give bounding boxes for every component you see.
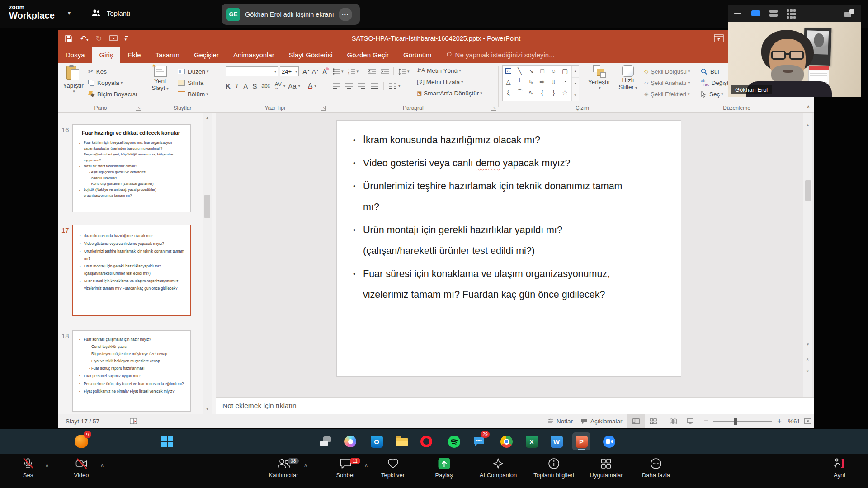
powerpoint-app-active[interactable]: P xyxy=(572,432,590,450)
outlook-app[interactable]: O xyxy=(368,432,386,450)
speaker-view-icon[interactable] xyxy=(751,10,760,16)
zoom-out-button[interactable]: − xyxy=(704,414,708,428)
ai-companion-button[interactable]: AI Companion xyxy=(480,458,517,479)
audio-button[interactable]: Ses xyxy=(22,458,34,479)
file-explorer-app[interactable] xyxy=(392,432,410,450)
line-spacing-icon[interactable] xyxy=(398,68,406,75)
shape-elbow-icon[interactable]: └ xyxy=(514,76,525,87)
font-name-combo[interactable]: ▾ xyxy=(226,66,278,76)
columns-icon[interactable] xyxy=(389,83,396,89)
self-video-panel[interactable]: Gökhan Erol xyxy=(728,5,861,97)
decrease-indent-icon[interactable] xyxy=(368,68,376,75)
view-normal-button[interactable] xyxy=(627,414,645,428)
leave-button[interactable]: Ayrıl xyxy=(833,458,846,479)
align-right-icon[interactable] xyxy=(358,83,365,89)
tab-dosya[interactable]: Dosya xyxy=(58,47,92,63)
shapes-gallery[interactable]: A ╲ ↘ □ ○ ▢ △ └ ↳ ⇨ ⇩ ◔ xyxy=(502,65,579,101)
bold-button[interactable]: K xyxy=(226,82,231,90)
spellcheck-status-icon[interactable] xyxy=(130,414,137,428)
tab-animasyonlar[interactable]: Animasyonlar xyxy=(226,47,282,63)
shape-effects-button[interactable]: ◈Şekil Efektleri▾ xyxy=(644,89,690,99)
shrink-font-button[interactable]: A▼ xyxy=(312,68,319,75)
previous-slide-button[interactable]: « xyxy=(805,355,811,364)
shape-elbow-arrow-icon[interactable]: ↳ xyxy=(525,76,537,87)
tell-me-box[interactable]: Ne yapmak istediğinizi söyleyin... xyxy=(439,47,562,63)
strikethrough-button[interactable]: abc xyxy=(261,83,270,89)
shape-curve-icon[interactable]: ∿ xyxy=(525,87,537,98)
tab-slayt-gosterisi[interactable]: Slayt Gösterisi xyxy=(282,47,340,63)
zoom-app[interactable] xyxy=(600,432,618,450)
numbered-list-icon[interactable]: 123 xyxy=(348,68,356,75)
shared-screen-pill[interactable]: GE Gökhan Erol adlı kişinin ekranı ⋯ xyxy=(222,4,360,25)
shape-down-arrow-icon[interactable]: ⇩ xyxy=(548,76,559,87)
main-scroll-up-icon[interactable]: ▴ xyxy=(803,122,812,127)
font-size-combo[interactable]: 24+▾ xyxy=(280,66,299,76)
text-direction-button[interactable]: ⇵AMetin Yönü▾ xyxy=(417,66,461,75)
shape-line-icon[interactable]: ╲ xyxy=(514,66,525,76)
participants-options-chevron[interactable]: ∧ xyxy=(304,462,307,468)
chat-options-chevron[interactable]: ∧ xyxy=(364,462,368,468)
thumb-17-selected[interactable]: İkram konusunda hazırlığımız olacak mı? … xyxy=(72,225,191,316)
minimize-video-icon[interactable] xyxy=(734,13,741,14)
shapes-scroll-down-icon[interactable]: ▾ xyxy=(572,77,579,89)
tab-ekle[interactable]: Ekle xyxy=(120,47,148,63)
copy-button[interactable]: Kopyala▾ xyxy=(88,78,123,88)
arrange-button[interactable]: Yerleştir ▾ xyxy=(585,65,613,90)
pano-dialog-launcher[interactable]: ↘ xyxy=(136,106,141,111)
word-app[interactable]: W xyxy=(547,432,566,450)
share-button[interactable]: Paylaş xyxy=(435,458,453,479)
video-options-chevron[interactable]: ∧ xyxy=(100,462,104,468)
tab-giris[interactable]: Giriş xyxy=(92,47,121,63)
spotify-app[interactable] xyxy=(445,432,463,450)
view-reading-button[interactable] xyxy=(670,414,677,428)
main-scroll-thumb[interactable] xyxy=(805,180,811,201)
shape-rectangle-icon[interactable]: □ xyxy=(537,66,548,76)
collapse-ribbon-icon[interactable]: ∧ xyxy=(807,104,810,110)
shape-arrow-icon[interactable]: ↘ xyxy=(525,66,537,76)
shape-rounded-rect-icon[interactable]: ▢ xyxy=(559,66,571,76)
thumb-scroll-down-icon[interactable]: ▾ xyxy=(203,407,212,411)
next-slide-button[interactable]: » xyxy=(805,366,811,375)
section-button[interactable]: Bölüm▾ xyxy=(178,89,208,99)
gallery-view-icon[interactable] xyxy=(787,9,796,19)
shapes-more-icon[interactable]: ▿ xyxy=(572,89,579,100)
tab-gozden-gecir[interactable]: Gözden Geçir xyxy=(340,47,396,63)
underline-button[interactable]: A xyxy=(243,82,248,90)
more-button[interactable]: Daha fazla xyxy=(642,458,670,479)
shapes-scroll-up-icon[interactable]: ▴ xyxy=(572,66,579,77)
apps-button[interactable]: Uygulamalar xyxy=(590,458,623,479)
copilot-app[interactable] xyxy=(341,432,359,450)
yazi-dialog-launcher[interactable]: ↘ xyxy=(321,106,326,111)
new-slide-button[interactable]: ✶ Yeni Slayt▾ xyxy=(147,65,173,91)
select-button[interactable]: Seç▾ xyxy=(701,89,723,99)
reset-button[interactable]: Sıfırla xyxy=(178,78,203,88)
meeting-info-button[interactable]: Toplantı bilgileri xyxy=(533,458,574,479)
layout-button[interactable]: Düzen▾ xyxy=(178,66,209,76)
ribbon-display-options-icon[interactable] xyxy=(714,34,724,43)
justify-icon[interactable] xyxy=(371,83,378,89)
shape-partial-icon[interactable]: ◔ xyxy=(559,76,571,87)
thumb-scroll-thumb[interactable] xyxy=(204,195,210,218)
chat-app[interactable]: 29 xyxy=(470,432,488,450)
shape-outline-button[interactable]: ▱Şekil Anahattı▾ xyxy=(644,78,690,88)
smartart-button[interactable]: ⬔SmartArt'a Dönüştür▾ xyxy=(417,88,482,98)
align-center-icon[interactable] xyxy=(345,83,353,89)
stack-view-icon[interactable] xyxy=(769,10,778,17)
quick-styles-button[interactable]: Hızlı Stiller▾ xyxy=(615,65,641,90)
taskbar-app-orange[interactable]: 9 xyxy=(72,432,90,450)
video-button[interactable]: Video xyxy=(74,458,89,479)
shape-star-icon[interactable]: ☆ xyxy=(559,87,571,98)
shape-textbox-icon[interactable]: A xyxy=(505,68,511,74)
zoom-slider-thumb[interactable] xyxy=(734,418,737,425)
italic-button[interactable]: T xyxy=(235,82,239,90)
increase-indent-icon[interactable] xyxy=(381,68,389,75)
main-scrollbar[interactable]: ▴ ▾ « » xyxy=(803,113,812,397)
shapes-scroll[interactable]: ▴ ▾ ▿ xyxy=(571,66,579,101)
cut-button[interactable]: ✂Kes xyxy=(88,66,107,76)
task-view-button[interactable] xyxy=(316,432,335,450)
zoom-in-button[interactable]: + xyxy=(777,414,782,428)
notes-pane[interactable]: Not eklemek için tıklatın xyxy=(216,397,814,414)
tab-tasarim[interactable]: Tasarım xyxy=(148,47,187,63)
thumb-18[interactable]: Fuar sonrası çalışmalar için hazır mıyız… xyxy=(72,330,191,412)
shape-right-brace-icon[interactable]: } xyxy=(548,87,559,98)
